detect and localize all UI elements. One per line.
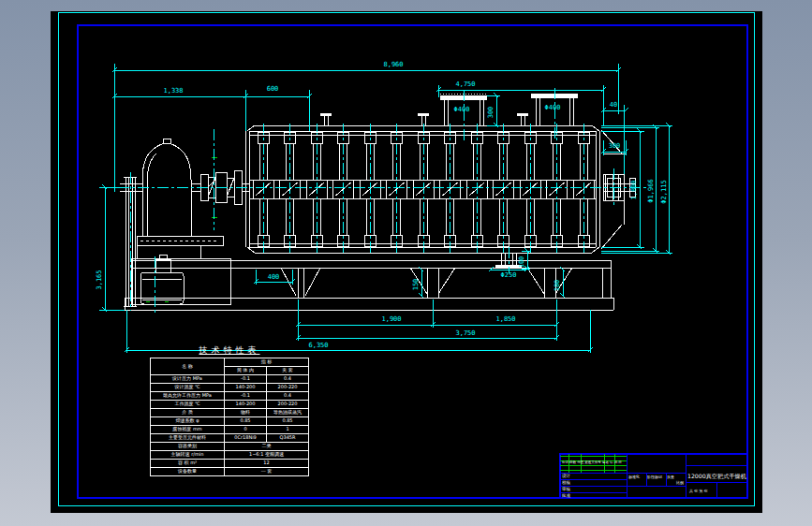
tech-table-cell: 12 bbox=[225, 460, 309, 468]
tech-table-header-sub2: 夹 套 bbox=[267, 367, 309, 375]
dim-hopper-b-dia: Φ400 bbox=[545, 104, 561, 111]
titleblock-rev-header: 标记 处数 分区 更改文件号 签名 年.月.日 bbox=[561, 460, 622, 464]
dim-bearing-width: 300 bbox=[609, 142, 621, 150]
tech-table-cell: 0Cr18Ni9 bbox=[225, 434, 267, 443]
dim-40: 40 bbox=[610, 101, 617, 109]
dim-span-a: 1,900 bbox=[381, 315, 401, 323]
tech-table-header-sub1: 筒 体 内 bbox=[225, 367, 267, 375]
tech-table-cell: 设计温度 ℃ bbox=[151, 384, 225, 392]
tech-table-cell: 导热油或蒸汽 bbox=[267, 409, 309, 417]
dim-base-400: 400 bbox=[268, 273, 280, 281]
dim-nozzle-height: 100 bbox=[518, 256, 525, 269]
tech-table-cell: 介 质 bbox=[151, 409, 225, 417]
dim-1338: 1,338 bbox=[163, 87, 183, 95]
tech-table-cell: 主轴转速 r/min bbox=[151, 451, 225, 460]
tech-table-cell: 主要受压元件材料 bbox=[151, 434, 225, 443]
titleblock-sheet: 共 张 第 张 bbox=[689, 489, 708, 493]
dim-hopper-a-dia: Φ400 bbox=[454, 106, 470, 113]
tech-table-cell: 二类 bbox=[225, 443, 309, 451]
tech-table-cell: 一 套 bbox=[225, 468, 309, 476]
dim-height-left: 3,165 bbox=[96, 270, 103, 289]
tech-table-cell: 最高允许工作压力 MPa bbox=[151, 392, 225, 401]
tech-table: 名 称 指 标 筒 体 内 夹 套 设计压力 MPa-0.10.4设计温度 ℃1… bbox=[150, 358, 309, 476]
titleblock-sig-approve: 批准 bbox=[561, 493, 571, 498]
tech-table-cell: 工作温度 ℃ bbox=[151, 401, 225, 409]
tech-table-cell: 容 积 m³ bbox=[151, 460, 225, 468]
tech-table-cell: 140-200 bbox=[225, 401, 267, 409]
dim-4750: 4,750 bbox=[455, 80, 475, 88]
tech-table-header-name: 名 称 bbox=[151, 358, 225, 375]
dim-span-c: 3,750 bbox=[455, 329, 475, 337]
tech-table-cell: 设备数量 bbox=[151, 468, 225, 476]
titleblock-sig-design: 设计 bbox=[562, 473, 571, 478]
dim-dia-mid: Φ1,966 bbox=[647, 179, 655, 202]
dim-dia-outer: Φ2,115 bbox=[660, 180, 668, 203]
titleblock-sig-audit: 审核 bbox=[562, 487, 571, 491]
tech-table-cell: 0.4 bbox=[267, 392, 309, 401]
tech-table-title: 技术特性表 bbox=[150, 344, 309, 357]
tech-table-cell: 0.85 bbox=[225, 417, 267, 426]
tech-table-cell: 容器类别 bbox=[151, 443, 225, 451]
tech-table-cell: 140-200 bbox=[225, 384, 267, 392]
tech-table-cell: 物料 bbox=[225, 409, 267, 417]
tech-table-cell: 200-220 bbox=[267, 384, 309, 392]
tech-table-cell: 焊缝系数 φ bbox=[151, 417, 225, 426]
cad-window: 8,960 1,338 600 4,750 40 Φ400 Φ400 300 3… bbox=[0, 0, 812, 526]
tech-table-cell: -0.1 bbox=[225, 375, 267, 384]
tech-table-cell: 设计压力 MPa bbox=[151, 375, 225, 384]
dim-hopper-a-height: 300 bbox=[487, 107, 495, 119]
titleblock-mass: 质量 bbox=[667, 475, 674, 479]
tech-table-cell: 1~6:1 变频调速 bbox=[225, 451, 309, 460]
titleblock-product-name: 12000真空耙式干燥机 bbox=[687, 473, 747, 480]
dim-leg-a: 150 bbox=[412, 279, 420, 291]
tech-table-cell: 腐蚀裕度 mm bbox=[151, 426, 225, 434]
tech-table-cell: Q345R bbox=[267, 434, 309, 443]
dim-total-length: 8,960 bbox=[383, 61, 403, 68]
tech-table-cell: 0.85 bbox=[267, 417, 309, 426]
dim-600: 600 bbox=[267, 85, 279, 93]
dim-base-total: 6,350 bbox=[308, 342, 328, 349]
tech-table-cell: 0.4 bbox=[267, 375, 309, 384]
tech-table-cell: 0 bbox=[225, 426, 267, 434]
tech-table-cell: 200-220 bbox=[267, 401, 309, 409]
dim-leg-b: 180 bbox=[554, 280, 561, 292]
drawing-canvas[interactable]: 8,960 1,338 600 4,750 40 Φ400 Φ400 300 3… bbox=[0, 0, 812, 526]
dim-nozzle-dia: Φ250 bbox=[501, 271, 517, 279]
titleblock-sig-check: 校核 bbox=[562, 480, 571, 485]
tech-table-header-index: 指 标 bbox=[225, 358, 309, 367]
dim-dia-inner: 1,800 bbox=[630, 180, 638, 199]
tech-table-cell: -0.1 bbox=[225, 392, 267, 401]
tech-table-cell: 1 bbox=[267, 426, 309, 434]
dim-span-b: 1,850 bbox=[495, 315, 515, 323]
